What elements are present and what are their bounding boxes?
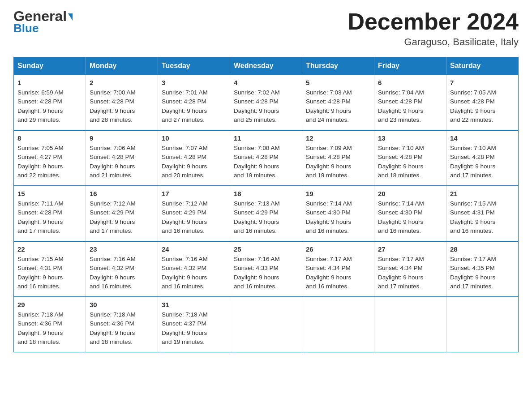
table-row: 22 Sunrise: 7:15 AM Sunset: 4:31 PM Dayl… bbox=[14, 241, 86, 297]
table-row: 21 Sunrise: 7:15 AM Sunset: 4:31 PM Dayl… bbox=[446, 186, 519, 241]
day-number: 8 bbox=[17, 134, 82, 142]
day-info: Sunrise: 7:18 AM Sunset: 4:36 PM Dayligh… bbox=[17, 310, 82, 347]
day-info: Sunrise: 7:03 AM Sunset: 4:28 PM Dayligh… bbox=[306, 88, 370, 124]
day-info: Sunrise: 7:09 AM Sunset: 4:28 PM Dayligh… bbox=[306, 144, 370, 180]
table-row bbox=[302, 297, 374, 352]
col-friday: Friday bbox=[374, 57, 446, 75]
day-info: Sunrise: 7:00 AM Sunset: 4:28 PM Dayligh… bbox=[90, 88, 154, 124]
day-number: 12 bbox=[306, 134, 370, 142]
month-title: December 2024 bbox=[348, 9, 519, 34]
logo-blue-label: Blue bbox=[13, 21, 39, 35]
day-number: 11 bbox=[234, 134, 298, 142]
day-number: 15 bbox=[17, 190, 82, 197]
table-row: 31 Sunrise: 7:18 AM Sunset: 4:37 PM Dayl… bbox=[158, 297, 230, 352]
col-sunday: Sunday bbox=[14, 57, 86, 75]
table-row: 14 Sunrise: 7:10 AM Sunset: 4:28 PM Dayl… bbox=[446, 130, 519, 186]
day-info: Sunrise: 7:07 AM Sunset: 4:28 PM Dayligh… bbox=[162, 144, 226, 180]
table-row: 30 Sunrise: 7:18 AM Sunset: 4:36 PM Dayl… bbox=[86, 297, 158, 352]
day-number: 1 bbox=[17, 79, 82, 86]
col-monday: Monday bbox=[86, 57, 158, 75]
day-number: 19 bbox=[306, 190, 370, 197]
table-row: 18 Sunrise: 7:13 AM Sunset: 4:29 PM Dayl… bbox=[230, 186, 302, 241]
day-number: 23 bbox=[90, 245, 154, 253]
table-row: 17 Sunrise: 7:12 AM Sunset: 4:29 PM Dayl… bbox=[158, 186, 230, 241]
table-row: 27 Sunrise: 7:17 AM Sunset: 4:34 PM Dayl… bbox=[374, 241, 446, 297]
table-row: 19 Sunrise: 7:14 AM Sunset: 4:30 PM Dayl… bbox=[302, 186, 374, 241]
day-number: 27 bbox=[378, 245, 442, 253]
day-number: 24 bbox=[162, 245, 226, 253]
day-number: 17 bbox=[162, 190, 226, 197]
day-number: 26 bbox=[306, 245, 370, 253]
day-number: 29 bbox=[17, 301, 82, 308]
day-number: 16 bbox=[90, 190, 154, 197]
day-info: Sunrise: 6:59 AM Sunset: 4:28 PM Dayligh… bbox=[17, 88, 82, 124]
day-info: Sunrise: 7:05 AM Sunset: 4:27 PM Dayligh… bbox=[17, 144, 82, 180]
table-row: 3 Sunrise: 7:01 AM Sunset: 4:28 PM Dayli… bbox=[158, 75, 230, 130]
day-number: 14 bbox=[450, 134, 515, 142]
day-info: Sunrise: 7:11 AM Sunset: 4:28 PM Dayligh… bbox=[17, 199, 82, 235]
day-info: Sunrise: 7:18 AM Sunset: 4:36 PM Dayligh… bbox=[90, 310, 154, 347]
col-tuesday: Tuesday bbox=[158, 57, 230, 75]
logo-triangle-icon bbox=[68, 13, 73, 21]
day-info: Sunrise: 7:10 AM Sunset: 4:28 PM Dayligh… bbox=[450, 144, 515, 180]
day-number: 30 bbox=[90, 301, 154, 308]
day-info: Sunrise: 7:02 AM Sunset: 4:28 PM Dayligh… bbox=[234, 88, 298, 124]
day-number: 25 bbox=[234, 245, 298, 253]
day-number: 22 bbox=[17, 245, 82, 253]
col-saturday: Saturday bbox=[446, 57, 519, 75]
table-row: 7 Sunrise: 7:05 AM Sunset: 4:28 PM Dayli… bbox=[446, 75, 519, 130]
table-row: 13 Sunrise: 7:10 AM Sunset: 4:28 PM Dayl… bbox=[374, 130, 446, 186]
day-number: 9 bbox=[90, 134, 154, 142]
day-info: Sunrise: 7:06 AM Sunset: 4:28 PM Dayligh… bbox=[90, 144, 154, 180]
day-info: Sunrise: 7:17 AM Sunset: 4:35 PM Dayligh… bbox=[450, 255, 515, 291]
table-row bbox=[446, 297, 519, 352]
day-info: Sunrise: 7:16 AM Sunset: 4:32 PM Dayligh… bbox=[90, 255, 154, 291]
day-info: Sunrise: 7:14 AM Sunset: 4:30 PM Dayligh… bbox=[306, 199, 370, 235]
table-row: 9 Sunrise: 7:06 AM Sunset: 4:28 PM Dayli… bbox=[86, 130, 158, 186]
day-number: 5 bbox=[306, 79, 370, 86]
day-info: Sunrise: 7:12 AM Sunset: 4:29 PM Dayligh… bbox=[90, 199, 154, 235]
day-info: Sunrise: 7:13 AM Sunset: 4:29 PM Dayligh… bbox=[234, 199, 298, 235]
day-number: 7 bbox=[450, 79, 515, 86]
day-info: Sunrise: 7:05 AM Sunset: 4:28 PM Dayligh… bbox=[450, 88, 515, 124]
day-info: Sunrise: 7:16 AM Sunset: 4:33 PM Dayligh… bbox=[234, 255, 298, 291]
day-info: Sunrise: 7:12 AM Sunset: 4:29 PM Dayligh… bbox=[162, 199, 226, 235]
table-row bbox=[230, 297, 302, 352]
table-row: 24 Sunrise: 7:16 AM Sunset: 4:32 PM Dayl… bbox=[158, 241, 230, 297]
table-row: 20 Sunrise: 7:14 AM Sunset: 4:30 PM Dayl… bbox=[374, 186, 446, 241]
page-header: General Blue December 2024 Garaguso, Bas… bbox=[13, 9, 519, 48]
day-info: Sunrise: 7:10 AM Sunset: 4:28 PM Dayligh… bbox=[378, 144, 442, 180]
day-number: 2 bbox=[90, 79, 154, 86]
calendar-table: Sunday Monday Tuesday Wednesday Thursday… bbox=[13, 57, 519, 352]
day-number: 13 bbox=[378, 134, 442, 142]
table-row: 11 Sunrise: 7:08 AM Sunset: 4:28 PM Dayl… bbox=[230, 130, 302, 186]
logo: General Blue bbox=[13, 9, 73, 35]
table-row: 5 Sunrise: 7:03 AM Sunset: 4:28 PM Dayli… bbox=[302, 75, 374, 130]
table-row: 2 Sunrise: 7:00 AM Sunset: 4:28 PM Dayli… bbox=[86, 75, 158, 130]
location: Garaguso, Basilicate, Italy bbox=[348, 36, 519, 48]
day-info: Sunrise: 7:17 AM Sunset: 4:34 PM Dayligh… bbox=[378, 255, 442, 291]
day-info: Sunrise: 7:14 AM Sunset: 4:30 PM Dayligh… bbox=[378, 199, 442, 235]
calendar-week-1: 1 Sunrise: 6:59 AM Sunset: 4:28 PM Dayli… bbox=[14, 75, 519, 130]
calendar-week-4: 22 Sunrise: 7:15 AM Sunset: 4:31 PM Dayl… bbox=[14, 241, 519, 297]
table-row: 15 Sunrise: 7:11 AM Sunset: 4:28 PM Dayl… bbox=[14, 186, 86, 241]
col-thursday: Thursday bbox=[302, 57, 374, 75]
day-number: 20 bbox=[378, 190, 442, 197]
day-number: 31 bbox=[162, 301, 226, 308]
day-info: Sunrise: 7:15 AM Sunset: 4:31 PM Dayligh… bbox=[17, 255, 82, 291]
day-info: Sunrise: 7:01 AM Sunset: 4:28 PM Dayligh… bbox=[162, 88, 226, 124]
day-info: Sunrise: 7:17 AM Sunset: 4:34 PM Dayligh… bbox=[306, 255, 370, 291]
table-row: 1 Sunrise: 6:59 AM Sunset: 4:28 PM Dayli… bbox=[14, 75, 86, 130]
day-number: 6 bbox=[378, 79, 442, 86]
day-number: 10 bbox=[162, 134, 226, 142]
day-info: Sunrise: 7:16 AM Sunset: 4:32 PM Dayligh… bbox=[162, 255, 226, 291]
table-row: 29 Sunrise: 7:18 AM Sunset: 4:36 PM Dayl… bbox=[14, 297, 86, 352]
day-info: Sunrise: 7:15 AM Sunset: 4:31 PM Dayligh… bbox=[450, 199, 515, 235]
table-row: 28 Sunrise: 7:17 AM Sunset: 4:35 PM Dayl… bbox=[446, 241, 519, 297]
day-info: Sunrise: 7:08 AM Sunset: 4:28 PM Dayligh… bbox=[234, 144, 298, 180]
table-row: 6 Sunrise: 7:04 AM Sunset: 4:28 PM Dayli… bbox=[374, 75, 446, 130]
day-number: 21 bbox=[450, 190, 515, 197]
calendar-header-row: Sunday Monday Tuesday Wednesday Thursday… bbox=[14, 57, 519, 75]
day-info: Sunrise: 7:18 AM Sunset: 4:37 PM Dayligh… bbox=[162, 310, 226, 347]
table-row: 26 Sunrise: 7:17 AM Sunset: 4:34 PM Dayl… bbox=[302, 241, 374, 297]
